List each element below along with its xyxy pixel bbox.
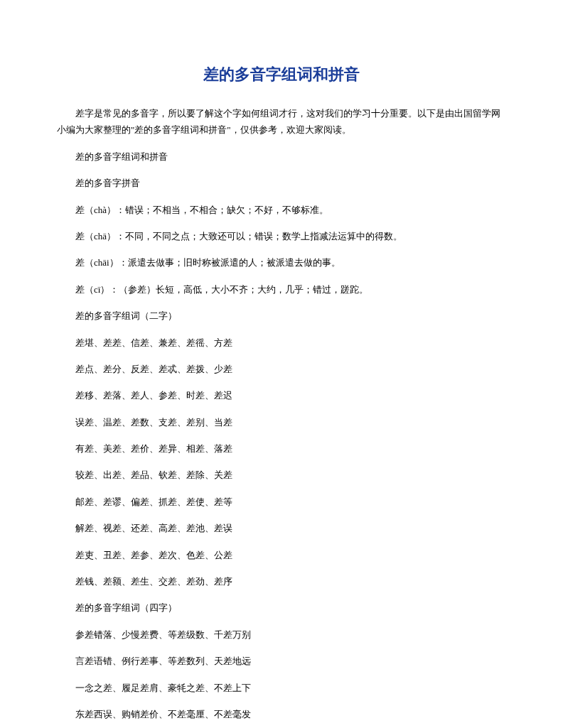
content-line: 较差、出差、差品、钦差、差除、关差 bbox=[57, 467, 506, 483]
content-line: 差的多音字组词（二字） bbox=[57, 308, 506, 324]
content-line: 言差语错、例行差事、等差数列、天差地远 bbox=[57, 653, 506, 669]
content-body: 差的多音字组词和拼音差的多音字拼音差（chà）：错误；不相当，不相合；缺欠；不好… bbox=[57, 148, 506, 728]
content-line: 差点、差分、反差、差忒、差拨、少差 bbox=[57, 361, 506, 377]
document-page: 差的多音字组词和拼音 差字是常见的多音字，所以要了解这个字如何组词才行，这对我们… bbox=[0, 0, 563, 728]
intro-paragraph: 差字是常见的多音字，所以要了解这个字如何组词才行，这对我们的学习十分重要。以下是… bbox=[57, 105, 506, 138]
content-line: 差吏、丑差、差参、差次、色差、公差 bbox=[57, 547, 506, 563]
content-line: 误差、温差、差数、支差、差别、当差 bbox=[57, 414, 506, 430]
content-line: 参差错落、少慢差费、等差级数、千差万别 bbox=[57, 626, 506, 643]
content-line: 差的多音字组词和拼音 bbox=[57, 148, 506, 165]
content-line: 一念之差、履足差肩、豪牦之差、不差上下 bbox=[57, 680, 506, 696]
content-line: 差钱、差额、差生、交差、差劲、差序 bbox=[57, 573, 506, 590]
content-line: 解差、视差、还差、高差、差池、差误 bbox=[57, 520, 506, 536]
content-line: 东差西误、购销差价、不差毫厘、不差毫发 bbox=[57, 706, 506, 722]
content-line: 邮差、差谬、偏差、抓差、差使、差等 bbox=[57, 494, 506, 510]
content-line: 差（chāi）：派遣去做事；旧时称被派遣的人；被派遣去做的事。 bbox=[57, 254, 506, 271]
content-line: 差的多音字拼音 bbox=[57, 175, 506, 191]
content-line: 差（chā）：不同，不同之点；大致还可以；错误；数学上指减法运算中的得数。 bbox=[57, 228, 506, 244]
content-line: 差（cī）：（参差）长短，高低，大小不齐；大约，几乎；错过，蹉跎。 bbox=[57, 281, 506, 298]
content-line: 差移、差落、差人、参差、时差、差迟 bbox=[57, 387, 506, 403]
content-line: 有差、美差、差价、差异、相差、落差 bbox=[57, 440, 506, 457]
content-line: 差（chà）：错误；不相当，不相合；缺欠；不好，不够标准。 bbox=[57, 202, 506, 218]
content-line: 差的多音字组词（四字） bbox=[57, 599, 506, 616]
content-line: 差堪、差差、信差、兼差、差徭、方差 bbox=[57, 335, 506, 351]
page-title: 差的多音字组词和拼音 bbox=[57, 64, 506, 85]
